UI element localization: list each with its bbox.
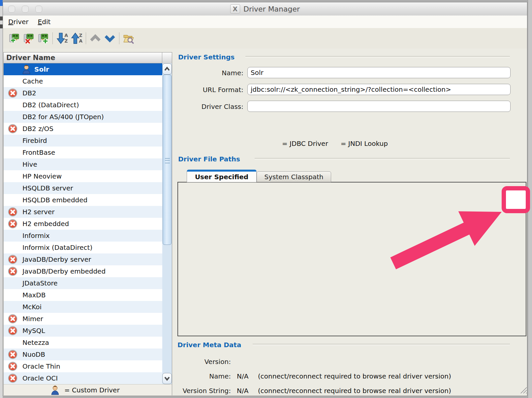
driver-name-label: DB2 — [22, 89, 36, 97]
sort-ascending-button[interactable]: AZ — [55, 32, 69, 45]
driver-name-label: Solr — [34, 65, 49, 73]
scrollbar-thumb[interactable] — [163, 75, 172, 245]
driver-card-delete-icon — [22, 33, 35, 44]
background-window-fragment — [0, 24, 3, 28]
error-icon — [4, 326, 17, 336]
url-format-field[interactable]: jdbc:solr://<zk_connection_string>/?coll… — [247, 84, 511, 95]
list-item[interactable]: JDataStore — [4, 277, 162, 289]
list-item[interactable]: Hive — [4, 158, 162, 170]
driver-meta-data-title: Driver Meta Data — [177, 341, 241, 349]
sort-descending-button[interactable]: ZA — [69, 32, 84, 45]
list-item[interactable]: FrontBase — [4, 147, 162, 158]
meta-name-note: (connect/reconnect required to browse re… — [258, 372, 451, 380]
user-specified-tab-panel — [177, 182, 526, 336]
driver-class-field[interactable] — [247, 101, 511, 112]
list-item[interactable]: McKoi — [4, 301, 162, 313]
zoom-window-button[interactable] — [35, 6, 42, 13]
list-item[interactable]: Informix (DataDirect) — [4, 242, 162, 253]
driver-class-label: Driver Class: — [165, 103, 243, 111]
list-item[interactable]: Oracle Thin — [4, 360, 162, 372]
driver-list-panel: Driver Name SolrCacheDB2DB2 (DataDirect)… — [3, 52, 172, 395]
desktop-edge — [0, 0, 3, 398]
error-icon — [4, 361, 17, 371]
move-down-button[interactable] — [103, 32, 117, 45]
list-item[interactable]: Mimer — [4, 313, 162, 325]
driver-name-label: Hive — [22, 160, 37, 168]
driver-name-label: Informix — [22, 232, 50, 240]
error-icon — [4, 219, 17, 229]
list-item[interactable]: DB2 z/OS — [4, 123, 162, 135]
driver-name-label: Informix (DataDirect) — [22, 244, 92, 251]
driver-settings-title: Driver Settings — [178, 53, 235, 61]
list-item[interactable]: HP Neoview — [4, 170, 162, 182]
driver-card-copy-icon — [37, 33, 49, 44]
tab-user-specified[interactable]: User Specified — [187, 170, 257, 182]
tab-system-classpath[interactable]: System Classpath — [257, 171, 331, 182]
meta-name-label: Name: — [152, 372, 231, 380]
driver-name-label: H2 server — [22, 208, 54, 216]
name-field[interactable]: Solr — [247, 67, 511, 78]
toolbar-separator — [52, 32, 53, 44]
minimize-window-button[interactable] — [22, 6, 29, 13]
list-item[interactable]: JavaDB/Derby embedded — [4, 265, 162, 277]
driver-name-label: HSQLDB embedded — [22, 196, 87, 204]
custom-driver-icon — [22, 64, 31, 74]
list-item[interactable]: H2 embedded — [4, 218, 162, 230]
copy-driver-button[interactable] — [36, 32, 50, 45]
background-window-fragment — [0, 17, 3, 20]
menu-edit[interactable]: Edit — [38, 18, 51, 26]
driver-name-label: DB2 for AS/400 (JTOpen) — [22, 113, 104, 121]
column-header-stub — [162, 52, 172, 64]
list-item[interactable]: Cache — [4, 75, 162, 87]
list-item[interactable]: HSQLDB embedded — [4, 194, 162, 206]
error-icon — [4, 124, 17, 134]
driver-name-label: HSQLDB server — [22, 184, 73, 192]
driver-name-label: FrontBase — [22, 149, 55, 156]
svg-text:A: A — [64, 33, 68, 38]
driver-name-column-header[interactable]: Driver Name — [4, 52, 162, 63]
list-item[interactable]: Solr — [4, 63, 162, 75]
version-string-label: Version String: — [152, 387, 231, 395]
error-icon — [4, 373, 17, 383]
error-icon — [4, 207, 17, 217]
new-driver-button[interactable] — [7, 32, 21, 45]
list-item[interactable]: DB2 for AS/400 (JTOpen) — [4, 111, 162, 123]
driver-name-label: H2 embedded — [22, 220, 69, 228]
close-window-button[interactable] — [8, 6, 15, 13]
list-item[interactable]: MySQL — [4, 325, 162, 337]
list-item[interactable]: H2 server — [4, 206, 162, 218]
error-icon — [4, 314, 17, 324]
name-label: Name: — [165, 69, 243, 77]
driver-name-label: Cache — [22, 77, 43, 85]
list-item[interactable]: Informix — [4, 230, 162, 242]
delete-driver-button[interactable] — [21, 32, 36, 45]
list-item[interactable]: Oracle OCI — [4, 372, 162, 384]
list-item[interactable]: HSQLDB server — [4, 182, 162, 194]
title-bar[interactable]: X Driver Manager — [3, 2, 527, 16]
resize-grip[interactable] — [519, 385, 527, 394]
driver-name-label: Oracle Thin — [22, 362, 60, 370]
list-item[interactable]: NuoDB — [4, 348, 162, 360]
error-icon — [4, 254, 17, 264]
driver-name-label: Firebird — [22, 137, 47, 145]
driver-name-label: Mimer — [22, 315, 43, 323]
background-window-fragment — [0, 0, 3, 6]
search-driver-button[interactable] — [121, 32, 136, 45]
version-string-note: (connect/reconnect required to browse re… — [258, 387, 451, 395]
list-item[interactable]: Firebird — [4, 135, 162, 147]
svg-text:Z: Z — [79, 33, 82, 38]
driver-card-new-icon — [8, 33, 20, 44]
list-item[interactable]: Netezza — [4, 337, 162, 348]
list-scrollbar[interactable] — [162, 63, 172, 384]
move-up-button[interactable] — [88, 32, 103, 45]
list-item[interactable]: MaxDB — [4, 289, 162, 301]
menu-driver[interactable]: Driver — [8, 18, 29, 26]
custom-driver-icon — [50, 385, 60, 395]
list-item[interactable]: DB2 — [4, 87, 162, 99]
svg-text:A: A — [79, 38, 82, 44]
driver-name-label: HP Neoview — [22, 172, 62, 180]
list-item[interactable]: JavaDB/Derby server — [4, 253, 162, 265]
window-title: Driver Manager — [243, 5, 300, 13]
list-item[interactable]: DB2 (DataDirect) — [4, 99, 162, 111]
driver-name-label: JavaDB/Derby embedded — [22, 267, 106, 275]
